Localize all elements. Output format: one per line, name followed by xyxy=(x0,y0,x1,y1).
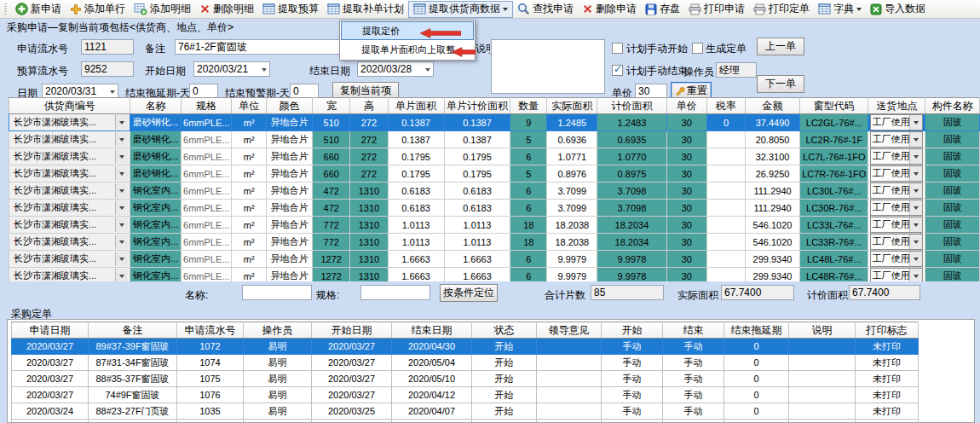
spec-cell[interactable]: 6mmPLE... xyxy=(182,234,232,251)
request-no-cell[interactable]: 1076 xyxy=(177,387,244,403)
delivery-combo[interactable]: 工厂使用 xyxy=(868,200,925,217)
spec-cell[interactable]: 6mmPLE... xyxy=(182,200,232,217)
column-header-print-flag-cell[interactable]: 打印标志 xyxy=(856,322,919,339)
height-cell[interactable]: 1310 xyxy=(350,234,388,251)
start-date-cell[interactable]: 2020/03/27 xyxy=(312,371,392,387)
status-cell[interactable] xyxy=(472,420,537,423)
spec-cell[interactable]: 6mmPLE... xyxy=(182,217,232,234)
calc-area-cell[interactable]: 1.0770 xyxy=(597,148,666,165)
part-name-cell[interactable]: 固玻 xyxy=(925,131,980,148)
qty-cell[interactable]: 9 xyxy=(510,114,547,131)
calc-area-cell[interactable]: 9.9978 xyxy=(597,268,666,282)
table-row[interactable]: 长沙市潇湘玻璃实...磨砂钢化...6mmPLE...m²异地合片5102720… xyxy=(9,114,980,131)
supplier-combo[interactable]: 长沙市潇湘玻璃实... xyxy=(9,131,130,148)
delivery-combo[interactable]: 工厂使用 xyxy=(868,268,925,282)
name-cell[interactable]: 钢化室内... xyxy=(130,183,182,200)
piece-calc-area-cell[interactable]: 0.1795 xyxy=(444,165,510,183)
piece-area-cell[interactable]: 0.6183 xyxy=(388,200,444,217)
amount-cell[interactable]: 299.9340 xyxy=(745,251,799,268)
piece-area-cell[interactable]: 0.6183 xyxy=(388,183,444,200)
chevron-down-icon[interactable] xyxy=(909,149,922,164)
toolbar-button-find-request[interactable]: 查找申请 xyxy=(513,1,578,18)
name-cell[interactable]: 磨砂钢化... xyxy=(130,148,182,165)
end-date-cell[interactable]: 2020/04/07 xyxy=(392,403,472,420)
chevron-down-icon[interactable] xyxy=(909,235,922,249)
chevron-down-icon[interactable] xyxy=(909,115,922,130)
actual-area-cell[interactable]: 0.6936 xyxy=(547,131,597,148)
color-cell[interactable]: 异地合片 xyxy=(266,114,312,131)
unit-cell[interactable]: m² xyxy=(232,217,266,234)
amount-cell[interactable]: 546.1020 xyxy=(745,217,799,234)
toolbar-button-print-request[interactable]: 打印申请 xyxy=(684,1,749,18)
qty-cell[interactable]: 5 xyxy=(510,131,547,148)
unit-cell[interactable]: m² xyxy=(232,165,266,183)
calc-area-cell[interactable]: 1.2483 xyxy=(597,114,666,131)
column-header-unit-price-cell[interactable]: 单价 xyxy=(666,98,706,114)
status-cell[interactable]: 开始 xyxy=(472,371,537,387)
request-no-cell[interactable]: 1035 xyxy=(177,403,244,420)
chevron-down-icon[interactable] xyxy=(115,269,128,281)
delivery-combo[interactable]: 工厂使用 xyxy=(868,131,925,148)
note-cell[interactable] xyxy=(789,420,856,423)
part-name-cell[interactable]: 固玻 xyxy=(925,234,980,251)
chevron-down-icon[interactable] xyxy=(909,166,922,181)
unit-price-cell[interactable]: 30 xyxy=(666,200,706,217)
next-order-button[interactable]: 下一单 xyxy=(757,75,804,93)
color-cell[interactable]: 异地合片 xyxy=(266,165,312,183)
start-cell[interactable]: 手动 xyxy=(602,371,663,387)
window-code-cell[interactable]: LC33R-76#... xyxy=(800,234,868,251)
request-date-cell[interactable]: 2020/03/24 xyxy=(12,403,89,420)
part-name-cell[interactable]: 固玻 xyxy=(925,148,980,165)
delivery-combo[interactable]: 工厂使用 xyxy=(868,183,925,200)
actual-area-cell[interactable]: 1.0771 xyxy=(547,148,597,165)
column-header-qty-cell[interactable]: 数量 xyxy=(510,98,547,114)
unit-cell[interactable]: m² xyxy=(232,251,266,268)
spec-cell[interactable]: 6mmPLE... xyxy=(182,165,232,183)
remark-cell[interactable]: 87#31-34F窗固玻 xyxy=(89,355,177,371)
name-cell[interactable]: 钢化室内... xyxy=(130,234,182,251)
unit-price-cell[interactable]: 30 xyxy=(666,183,706,200)
status-cell[interactable]: 开始 xyxy=(472,387,537,403)
delivery-combo[interactable]: 工厂使用 xyxy=(868,251,925,268)
leader-opinion-cell[interactable] xyxy=(537,355,602,371)
column-header-amount-cell[interactable]: 金额 xyxy=(745,98,799,114)
request-date-cell[interactable]: 2020/03/27 xyxy=(12,387,89,403)
width-cell[interactable]: 660 xyxy=(313,148,350,165)
part-name-cell[interactable]: 固玻 xyxy=(925,268,980,282)
note-cell[interactable] xyxy=(789,387,856,403)
column-header-end-delay-cell[interactable]: 结束拖延期 xyxy=(724,322,789,339)
color-cell[interactable]: 异地合片 xyxy=(266,200,312,217)
remark-cell[interactable] xyxy=(89,420,177,423)
remark-cell[interactable]: 88#35-37F窗固玻 xyxy=(89,371,177,387)
chevron-down-icon[interactable] xyxy=(115,149,128,164)
qty-cell[interactable]: 18 xyxy=(510,217,547,234)
request-date-cell[interactable]: 2020/03/27 xyxy=(12,371,89,387)
start-cell[interactable]: 手动 xyxy=(602,339,663,355)
height-cell[interactable]: 1310 xyxy=(350,217,388,234)
actual-area-cell[interactable]: 18.2038 xyxy=(547,217,597,234)
unit-price-cell[interactable]: 30 xyxy=(666,217,706,234)
qty-cell[interactable]: 18 xyxy=(510,234,547,251)
unit-cell[interactable]: m² xyxy=(232,268,266,282)
request-no-cell[interactable] xyxy=(177,420,244,423)
piece-area-cell[interactable]: 0.1795 xyxy=(388,148,444,165)
end-delay-cell[interactable]: 0 xyxy=(724,339,789,355)
height-cell[interactable]: 272 xyxy=(350,165,388,183)
toolbar-button-dictionary[interactable]: 字典 xyxy=(814,1,866,18)
end-date-cell[interactable]: 2020/04/30 xyxy=(392,339,472,355)
end-cell[interactable]: 手动 xyxy=(663,403,724,420)
height-cell[interactable]: 1310 xyxy=(350,183,388,200)
operator-cell[interactable]: 易明 xyxy=(244,387,312,403)
piece-calc-area-cell[interactable]: 1.6663 xyxy=(444,268,510,282)
column-header-end-cell[interactable]: 结束 xyxy=(663,322,724,339)
piece-calc-area-cell[interactable]: 0.6183 xyxy=(444,200,510,217)
calc-area-cell[interactable]: 0.8975 xyxy=(597,165,666,183)
end-delay-cell[interactable]: 0 xyxy=(724,387,789,403)
chevron-down-icon[interactable] xyxy=(115,200,128,215)
unit-price-cell[interactable]: 30 xyxy=(666,148,706,165)
unit-cell[interactable]: m² xyxy=(232,183,266,200)
operator-cell[interactable] xyxy=(244,420,312,423)
print-flag-cell[interactable]: 未打印 xyxy=(856,371,919,387)
toolbar-button-extract-supplement-plan[interactable]: 提取补单计划 xyxy=(323,1,408,18)
toolbar-button-add-row[interactable]: 添加单行 xyxy=(66,1,130,18)
